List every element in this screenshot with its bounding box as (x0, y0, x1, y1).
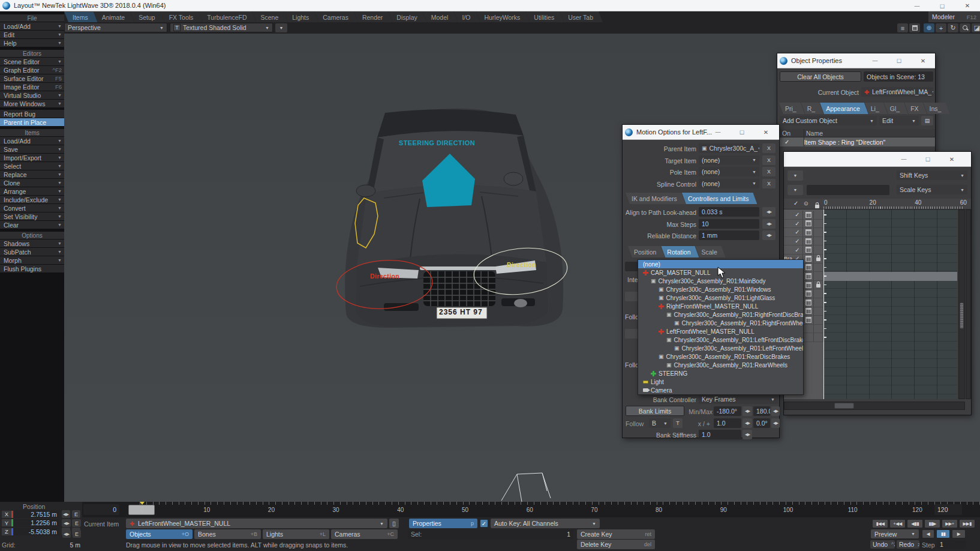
tree-item-steerng[interactable]: STEERNG (638, 369, 803, 378)
frame-end-field[interactable]: 120 (934, 504, 962, 515)
pole-item-dropdown[interactable]: (none)▼ (699, 167, 759, 176)
transport-button-2[interactable]: ◀▮▮ (907, 519, 923, 528)
add-custom-object-dropdown[interactable]: Add Custom Object ▼ (780, 116, 877, 125)
dope-row-check[interactable]: ✓ (792, 237, 803, 246)
envelope-button[interactable]: E (73, 519, 81, 527)
undo-button[interactable]: Undo ^Z (870, 540, 895, 549)
tab-setup[interactable]: Setup (130, 11, 164, 22)
sidebar-item-clone[interactable]: Clone▼ (0, 179, 64, 187)
tab-items[interactable]: Items (64, 11, 98, 22)
lock-column-icon[interactable] (815, 205, 819, 208)
dope-sheet-titlebar[interactable] (784, 152, 971, 167)
tab-display[interactable]: Display (388, 11, 426, 22)
minimize-icon[interactable] (706, 125, 730, 139)
tab-model[interactable]: Model (423, 11, 458, 22)
preview-dropdown[interactable]: Preview ▼ (871, 529, 919, 538)
tree-item-chrysler300c-assembly-r01-rightfrontdiscbrake[interactable]: ▣Chrysler300c_Assembly_R01:RightFrontDis… (638, 310, 803, 319)
clear-item-button[interactable]: X (762, 167, 775, 176)
transport-button-4[interactable]: ▶▶+ (942, 519, 958, 528)
follow-b-dropdown[interactable]: B ▼ (649, 418, 671, 428)
dope-row-check[interactable]: ✓ (792, 245, 803, 254)
tree-item-light[interactable]: Light (638, 378, 803, 386)
sidebar-item-include-exclude[interactable]: Include/Exclude▼ (0, 196, 64, 203)
sidebar-item-scene-editor[interactable]: Scene Editor▼ (0, 58, 64, 65)
current-item-dropdown[interactable]: LeftFrontWheel_MASTER_NULL ▼ (126, 519, 387, 528)
dope-row-lock[interactable] (814, 254, 823, 263)
stepper-icon[interactable] (762, 230, 775, 240)
autokey-checkbox[interactable]: ✓ (480, 519, 488, 528)
tree-item-chrysler300c-assembly-r01-reardiscbrakes[interactable]: ▣Chrysler300c_Assembly_R01:RearDiscBrake… (638, 352, 803, 361)
transport-button-5[interactable]: ▶▶▮ (959, 519, 975, 528)
op-tab-appearance[interactable]: Appearance (820, 103, 868, 114)
bank-min-field[interactable]: -180.0° (714, 406, 741, 416)
sidebar-item-shadows[interactable]: Shadows▼ (0, 239, 64, 247)
list-view-icon[interactable]: ≡ (897, 23, 908, 32)
minimize-icon[interactable] (904, 0, 930, 11)
bank-controller-dropdown[interactable]: Key Frames ▼ (699, 394, 778, 404)
clear-item-button[interactable]: X (762, 179, 775, 188)
follow-t-button[interactable]: T (673, 418, 683, 428)
dope-row[interactable] (784, 298, 957, 307)
stepper-icon[interactable] (742, 430, 752, 439)
transport-button-3[interactable]: ▮▮▶ (924, 519, 940, 528)
tab-utilities[interactable]: Utilities (525, 11, 564, 22)
dope-row-channels[interactable] (803, 281, 814, 290)
axis-value-field[interactable]: -5.5038 m (13, 528, 59, 535)
dope-row[interactable] (784, 272, 957, 281)
dope-row-lock[interactable] (814, 228, 823, 237)
sidebar-item-select[interactable]: Select▼ (0, 162, 64, 170)
tab-i-o[interactable]: I/O (453, 11, 480, 22)
tree-item-chrysler300c-assembly-r01-lightglass[interactable]: ▣Chrysler300c_Assembly_R01:LightGlass (638, 294, 803, 302)
sidebar-item-surface-editor[interactable]: Surface EditorF5 (0, 74, 64, 82)
maximize-icon[interactable] (930, 0, 955, 11)
play-backward-button[interactable]: ◀ (922, 529, 934, 538)
dope-row-lock[interactable] (814, 316, 823, 325)
object-list-row[interactable]: ✓ Item Shape : Ring "Direction" (777, 137, 935, 146)
dope-row-check[interactable]: ✓ (792, 220, 803, 229)
viewport-layout-icon[interactable]: ◪ (972, 23, 980, 32)
dope-vscroll-handle[interactable] (960, 303, 964, 329)
sidebar-item-load-add[interactable]: Load/Add▼ (0, 137, 64, 145)
sidebar-item-import-export[interactable]: Import/Export▼ (0, 154, 64, 161)
close-icon[interactable] (955, 0, 980, 11)
minimize-icon[interactable] (863, 53, 887, 68)
dope-row-lock[interactable] (814, 272, 823, 281)
close-icon[interactable] (911, 53, 935, 68)
dope-row[interactable] (784, 281, 957, 290)
clear-item-button[interactable]: X (762, 155, 775, 165)
rotate-tool-icon[interactable]: ↻ (948, 23, 958, 32)
dope-row-lock[interactable] (814, 307, 823, 316)
tree-item-camera[interactable]: Camera (638, 386, 803, 394)
dope-row[interactable] (784, 307, 957, 316)
spline-control-dropdown[interactable]: (none)▼ (699, 179, 759, 188)
sidebar-item-flush-plugins[interactable]: Flush Plugins (0, 265, 64, 272)
edit-mode-objects[interactable]: Objects+O (126, 529, 193, 539)
scale-keys-dropdown[interactable]: Scale Keys ▼ (897, 185, 967, 194)
dope-row-check[interactable]: ✓ (792, 211, 803, 220)
stepper-icon[interactable]: ◀▶ (62, 510, 70, 518)
edit-mode-cameras[interactable]: Cameras+C (331, 529, 398, 539)
sidebar-item-parent-in-place[interactable]: Parent in Place (0, 118, 64, 126)
sidebar-item-clear[interactable]: Clear▼ (0, 221, 64, 229)
shift-keys-dropdown[interactable]: Shift Keys ▼ (897, 170, 967, 180)
tree-item-leftfrontwheel-master-null[interactable]: LeftFrontWheel_MASTER_NULL (638, 327, 803, 336)
maximize-icon[interactable] (730, 125, 754, 139)
pause-button[interactable]: ▮▮ (936, 529, 950, 538)
eye-column-icon[interactable]: ⊙ (804, 200, 808, 206)
sidebar-item-virtual-studio[interactable]: Virtual Studio▼ (0, 91, 64, 99)
edit-mode-lights[interactable]: Lights+L (263, 529, 329, 539)
stepper-icon[interactable]: ◀▶ (62, 519, 71, 527)
dope-row[interactable]: ✓ (784, 211, 957, 220)
dope-row-lock[interactable] (814, 237, 823, 246)
zoom-tool-icon[interactable] (960, 23, 970, 32)
dope-row-channels[interactable] (803, 289, 814, 298)
frame-start-field[interactable]: 0 (83, 504, 119, 515)
tree-item-chrysler300c-assembly-r01-rightfrontwheel[interactable]: ▣Chrysler300c_Assembly_R01:RightFrontWhe… (638, 319, 803, 327)
op-tab-li[interactable]: Li_ (865, 103, 888, 114)
mo-tab-position[interactable]: Position (628, 246, 665, 257)
edit-mode-bones[interactable]: Bones+B (194, 529, 261, 539)
dope-row-channels[interactable] (803, 220, 814, 229)
tree-item-chrysler300c-assembly-r01-leftfrontwheel[interactable]: ▣Chrysler300c_Assembly_R01:LeftFrontWhee… (638, 344, 803, 352)
dope-row[interactable] (784, 316, 957, 325)
mo-tab-controllers-and-limits[interactable]: Controllers and Limits (682, 193, 757, 204)
